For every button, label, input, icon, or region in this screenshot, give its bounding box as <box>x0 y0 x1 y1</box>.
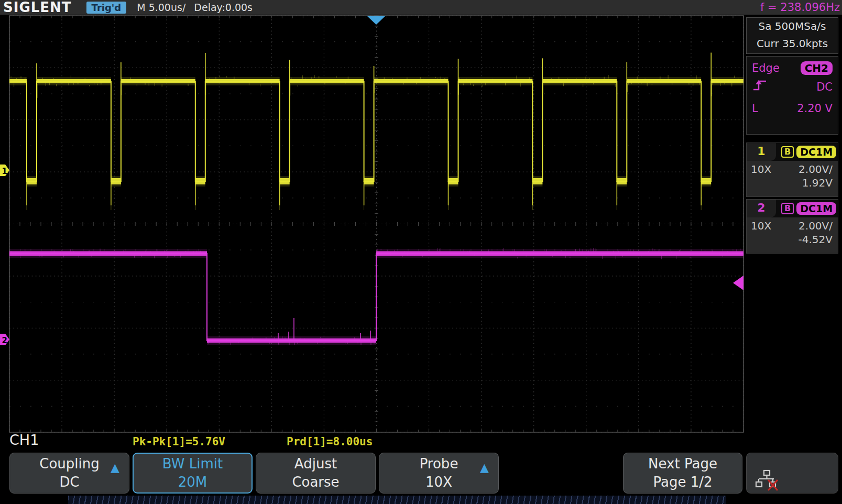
trigger-type: Edge <box>752 62 780 74</box>
softkey-coupling[interactable]: Coupling ▲ DC <box>9 453 129 494</box>
timebase-readout: M 5.00us/ <box>137 2 185 13</box>
softkey-bwlimit-value: 20M <box>178 473 207 491</box>
channel1-info-box[interactable]: 1 B DC1M 10X 2.00V/ 1.92V <box>746 143 838 197</box>
channel2-bwlimit-badge: B <box>781 203 794 214</box>
trigger-level-value: 2.20 V <box>797 102 833 115</box>
up-arrow-icon: ▲ <box>111 458 119 477</box>
delay-readout: Delay:0.00s <box>194 2 253 13</box>
trigger-source-badge: CH2 <box>801 61 833 75</box>
oscilloscope-screen: 12 SIGLENT Trig'd M 5.00us/ Delay:0.00s … <box>0 0 842 504</box>
trigger-coupling: DC <box>816 81 833 93</box>
softkey-adjust-value: Coarse <box>292 473 339 491</box>
trigger-level-label: L <box>752 102 758 115</box>
channel1-offset: 1.92V <box>747 176 838 189</box>
trigger-position-marker[interactable] <box>367 16 386 25</box>
channel1-scale: 2.00V/ <box>799 163 833 176</box>
measurement-pkpk: Pk-Pk[1]=5.76V <box>133 435 225 448</box>
softkey-next-page[interactable]: Next Page Page 1/2 <box>623 453 742 494</box>
ch2-trace <box>9 248 743 345</box>
trigger-level-marker[interactable] <box>733 276 743 290</box>
network-disconnected-icon <box>754 469 778 491</box>
sample-rate: Sa 500MSa/s <box>747 18 838 35</box>
channel1-coupling-badge: DC1M <box>796 146 836 158</box>
softkey-adjust-title: Adjust <box>294 456 337 472</box>
ch1-zero-marker[interactable]: 1 <box>0 165 9 176</box>
waveform-display: 12 <box>0 0 842 504</box>
softkey-coupling-value: DC <box>59 473 79 491</box>
channel1-probe: 10X <box>751 163 771 176</box>
channel2-info-box[interactable]: 2 B DC1M 10X 2.00V/ -4.52V <box>746 199 838 254</box>
channel1-number: 1 <box>747 143 776 161</box>
top-bar: SIGLENT Trig'd M 5.00us/ Delay:0.00s f =… <box>0 0 842 15</box>
softkey-bwlimit-title: BW Limit <box>162 456 223 472</box>
softkey-probe-value: 10X <box>425 473 452 491</box>
status-icon-area <box>746 453 838 494</box>
ch2-zero-marker[interactable]: 2 <box>0 334 9 345</box>
trigger-frequency-readout: f = 238.096Hz <box>760 1 840 14</box>
channel2-scale: 2.00V/ <box>799 220 833 232</box>
trigger-status-badge: Trig'd <box>86 2 127 14</box>
channel1-bwlimit-badge: B <box>781 146 794 158</box>
softkey-next-page-value: Page 1/2 <box>653 473 712 491</box>
channel2-probe: 10X <box>751 220 771 232</box>
channel2-number: 2 <box>747 200 776 217</box>
softkey-probe[interactable]: Probe ▲ 10X <box>379 453 499 494</box>
active-channel-label: CH1 <box>9 432 39 448</box>
channel2-offset: -4.52V <box>747 232 838 246</box>
svg-text:2: 2 <box>2 336 7 345</box>
rising-edge-icon <box>752 79 769 95</box>
trigger-settings-box[interactable]: Edge CH2 DC L 2.20 V <box>746 56 838 135</box>
softkey-probe-title: Probe <box>420 456 458 472</box>
softkey-bwlimit[interactable]: BW Limit 20M <box>133 453 253 494</box>
softkey-adjust[interactable]: Adjust Coarse <box>256 453 376 494</box>
softkey-next-page-title: Next Page <box>648 456 717 472</box>
memory-depth: Curr 35.0kpts <box>747 35 838 52</box>
softkey-coupling-title: Coupling <box>39 456 99 472</box>
acquisition-info-box: Sa 500MSa/s Curr 35.0kpts <box>746 17 838 54</box>
siglent-logo: SIGLENT <box>3 0 72 15</box>
bottom-bezel-strip <box>68 496 726 504</box>
channel2-coupling-badge: DC1M <box>796 202 836 215</box>
svg-text:1: 1 <box>2 167 7 176</box>
measurement-period: Prd[1]=8.00us <box>287 435 373 448</box>
up-arrow-icon: ▲ <box>480 458 489 477</box>
